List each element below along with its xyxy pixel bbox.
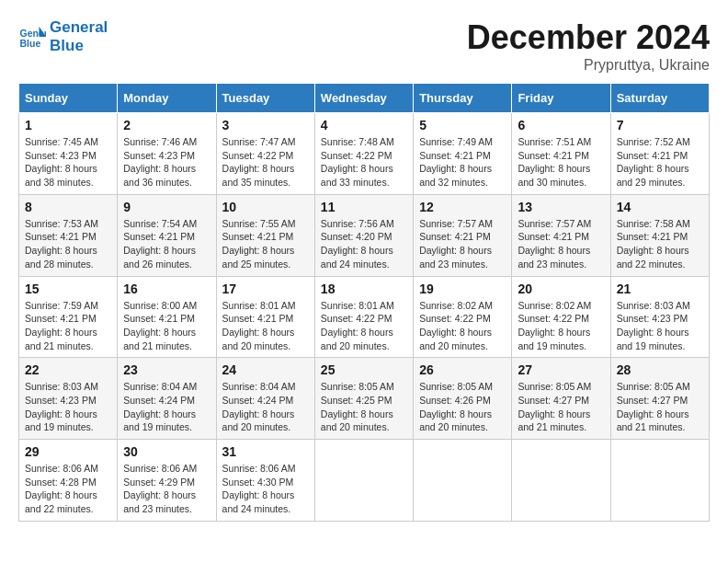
calendar-cell: 7Sunrise: 7:52 AM Sunset: 4:21 PM Daylig… (610, 113, 709, 195)
day-info: Sunrise: 7:45 AM Sunset: 4:23 PM Dayligh… (25, 135, 111, 190)
day-number: 21 (617, 282, 703, 296)
calendar-week-row: 1Sunrise: 7:45 AM Sunset: 4:23 PM Daylig… (19, 113, 710, 195)
calendar-header-row: SundayMondayTuesdayWednesdayThursdayFrid… (19, 84, 710, 113)
calendar-week-row: 22Sunrise: 8:03 AM Sunset: 4:23 PM Dayli… (19, 358, 710, 440)
month-title: December 2024 (467, 18, 710, 57)
calendar-cell (512, 440, 610, 522)
weekday-header-saturday: Saturday (610, 84, 709, 113)
calendar-cell: 24Sunrise: 8:04 AM Sunset: 4:24 PM Dayli… (216, 358, 314, 440)
day-number: 18 (321, 282, 407, 296)
day-number: 15 (25, 282, 111, 296)
calendar-cell: 5Sunrise: 7:49 AM Sunset: 4:21 PM Daylig… (414, 113, 512, 195)
day-info: Sunrise: 7:56 AM Sunset: 4:20 PM Dayligh… (321, 217, 407, 271)
day-number: 13 (518, 200, 604, 214)
day-info: Sunrise: 7:48 AM Sunset: 4:22 PM Dayligh… (321, 135, 407, 190)
day-number: 2 (123, 118, 210, 132)
day-info: Sunrise: 7:49 AM Sunset: 4:21 PM Dayligh… (419, 135, 506, 190)
calendar-cell: 4Sunrise: 7:48 AM Sunset: 4:22 PM Daylig… (314, 113, 413, 195)
calendar-cell (414, 440, 512, 522)
day-info: Sunrise: 7:52 AM Sunset: 4:21 PM Dayligh… (617, 135, 703, 190)
day-number: 10 (222, 200, 309, 214)
calendar-cell: 19Sunrise: 8:02 AM Sunset: 4:22 PM Dayli… (414, 276, 512, 358)
calendar-week-row: 15Sunrise: 7:59 AM Sunset: 4:21 PM Dayli… (19, 276, 710, 358)
day-number: 27 (518, 362, 604, 377)
calendar-cell: 14Sunrise: 7:58 AM Sunset: 4:21 PM Dayli… (610, 194, 709, 276)
day-info: Sunrise: 8:04 AM Sunset: 4:24 PM Dayligh… (222, 380, 309, 434)
calendar-cell: 26Sunrise: 8:05 AM Sunset: 4:26 PM Dayli… (414, 358, 512, 440)
day-number: 25 (321, 362, 407, 377)
weekday-header-thursday: Thursday (414, 84, 512, 113)
day-info: Sunrise: 8:02 AM Sunset: 4:22 PM Dayligh… (518, 299, 604, 353)
calendar-cell: 6Sunrise: 7:51 AM Sunset: 4:21 PM Daylig… (512, 113, 610, 195)
day-info: Sunrise: 8:04 AM Sunset: 4:24 PM Dayligh… (123, 380, 210, 434)
day-number: 12 (419, 200, 506, 214)
day-info: Sunrise: 8:05 AM Sunset: 4:27 PM Dayligh… (518, 380, 604, 434)
day-info: Sunrise: 7:46 AM Sunset: 4:23 PM Dayligh… (123, 135, 210, 190)
calendar-cell: 16Sunrise: 8:00 AM Sunset: 4:21 PM Dayli… (118, 276, 216, 358)
day-info: Sunrise: 7:51 AM Sunset: 4:21 PM Dayligh… (518, 135, 604, 190)
day-info: Sunrise: 7:57 AM Sunset: 4:21 PM Dayligh… (419, 217, 506, 271)
day-number: 3 (222, 118, 309, 132)
day-number: 17 (222, 282, 309, 296)
calendar-cell: 30Sunrise: 8:06 AM Sunset: 4:29 PM Dayli… (118, 440, 216, 522)
calendar-cell: 2Sunrise: 7:46 AM Sunset: 4:23 PM Daylig… (118, 113, 216, 195)
calendar-cell: 9Sunrise: 7:54 AM Sunset: 4:21 PM Daylig… (118, 194, 216, 276)
page-header: General Blue General Blue December 2024 … (18, 18, 710, 74)
day-info: Sunrise: 8:02 AM Sunset: 4:22 PM Dayligh… (419, 299, 506, 353)
weekday-header-wednesday: Wednesday (314, 84, 413, 113)
calendar-cell: 13Sunrise: 7:57 AM Sunset: 4:21 PM Dayli… (512, 194, 610, 276)
calendar-cell: 15Sunrise: 7:59 AM Sunset: 4:21 PM Dayli… (19, 276, 118, 358)
day-info: Sunrise: 8:06 AM Sunset: 4:30 PM Dayligh… (222, 462, 309, 516)
calendar-cell: 28Sunrise: 8:05 AM Sunset: 4:27 PM Dayli… (610, 358, 709, 440)
calendar-cell: 25Sunrise: 8:05 AM Sunset: 4:25 PM Dayli… (314, 358, 413, 440)
location-subtitle: Prypruttya, Ukraine (467, 57, 710, 74)
day-number: 31 (222, 444, 309, 459)
calendar-cell: 20Sunrise: 8:02 AM Sunset: 4:22 PM Dayli… (512, 276, 610, 358)
calendar-cell: 11Sunrise: 7:56 AM Sunset: 4:20 PM Dayli… (314, 194, 413, 276)
logo-icon: General Blue (18, 23, 46, 51)
day-info: Sunrise: 8:00 AM Sunset: 4:21 PM Dayligh… (123, 299, 210, 353)
svg-text:Blue: Blue (20, 38, 41, 49)
day-info: Sunrise: 7:59 AM Sunset: 4:21 PM Dayligh… (25, 299, 111, 353)
calendar-cell: 22Sunrise: 8:03 AM Sunset: 4:23 PM Dayli… (19, 358, 118, 440)
day-number: 5 (419, 118, 506, 132)
calendar-week-row: 8Sunrise: 7:53 AM Sunset: 4:21 PM Daylig… (19, 194, 710, 276)
day-info: Sunrise: 8:03 AM Sunset: 4:23 PM Dayligh… (617, 299, 703, 353)
day-number: 29 (25, 444, 111, 459)
day-number: 24 (222, 362, 309, 377)
calendar-cell: 17Sunrise: 8:01 AM Sunset: 4:21 PM Dayli… (216, 276, 314, 358)
calendar-cell: 18Sunrise: 8:01 AM Sunset: 4:22 PM Dayli… (314, 276, 413, 358)
day-number: 16 (123, 282, 210, 296)
calendar-cell: 12Sunrise: 7:57 AM Sunset: 4:21 PM Dayli… (414, 194, 512, 276)
day-number: 22 (25, 362, 111, 377)
day-info: Sunrise: 7:58 AM Sunset: 4:21 PM Dayligh… (617, 217, 703, 271)
calendar-cell: 21Sunrise: 8:03 AM Sunset: 4:23 PM Dayli… (610, 276, 709, 358)
calendar-cell: 8Sunrise: 7:53 AM Sunset: 4:21 PM Daylig… (19, 194, 118, 276)
day-info: Sunrise: 7:47 AM Sunset: 4:22 PM Dayligh… (222, 135, 309, 190)
title-block: December 2024 Prypruttya, Ukraine (467, 18, 710, 74)
calendar-table: SundayMondayTuesdayWednesdayThursdayFrid… (18, 83, 710, 522)
day-number: 28 (617, 362, 703, 377)
day-info: Sunrise: 8:05 AM Sunset: 4:26 PM Dayligh… (419, 380, 506, 434)
calendar-cell: 31Sunrise: 8:06 AM Sunset: 4:30 PM Dayli… (216, 440, 314, 522)
weekday-header-monday: Monday (118, 84, 216, 113)
day-info: Sunrise: 8:05 AM Sunset: 4:25 PM Dayligh… (321, 380, 407, 434)
day-number: 26 (419, 362, 506, 377)
day-info: Sunrise: 8:01 AM Sunset: 4:22 PM Dayligh… (321, 299, 407, 353)
logo-general: General (50, 18, 108, 36)
calendar-week-row: 29Sunrise: 8:06 AM Sunset: 4:28 PM Dayli… (19, 440, 710, 522)
logo: General Blue General Blue (18, 18, 108, 56)
day-number: 20 (518, 282, 604, 296)
calendar-cell: 1Sunrise: 7:45 AM Sunset: 4:23 PM Daylig… (19, 113, 118, 195)
day-info: Sunrise: 8:06 AM Sunset: 4:28 PM Dayligh… (25, 462, 111, 516)
weekday-header-sunday: Sunday (19, 84, 118, 113)
day-number: 19 (419, 282, 506, 296)
calendar-cell: 23Sunrise: 8:04 AM Sunset: 4:24 PM Dayli… (118, 358, 216, 440)
day-number: 11 (321, 200, 407, 214)
day-info: Sunrise: 8:01 AM Sunset: 4:21 PM Dayligh… (222, 299, 309, 353)
day-number: 14 (617, 200, 703, 214)
calendar-cell (610, 440, 709, 522)
day-number: 23 (123, 362, 210, 377)
weekday-header-friday: Friday (512, 84, 610, 113)
day-number: 4 (321, 118, 407, 132)
